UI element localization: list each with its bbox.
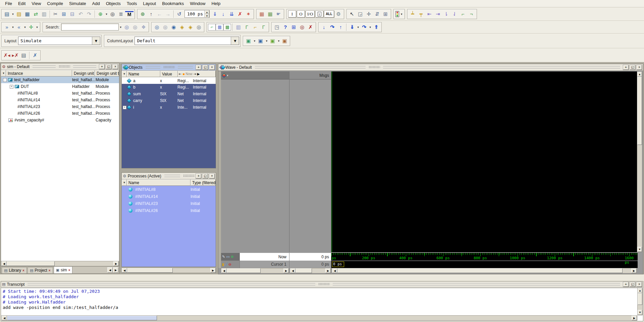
processes-close-button[interactable]: × — [209, 174, 215, 178]
sim-scroll-right-icon[interactable]: ▶ — [113, 261, 119, 266]
processes-header-type-filtered-[interactable]: Type (filtered) — [191, 179, 216, 186]
zoom-full-icon[interactable]: ◉ — [169, 23, 178, 31]
undo-icon[interactable]: ↶ — [76, 10, 85, 18]
transcript-undock-button[interactable]: ◱ — [630, 282, 635, 287]
goto-prev-edge-dropdown[interactable]: ▾ — [356, 23, 360, 31]
back-icon[interactable]: ← — [155, 10, 164, 18]
window-zoom-icon[interactable]: ▣ — [244, 37, 253, 45]
transcript-titlebar-grip2[interactable] — [333, 283, 620, 285]
zoom-cursor-icon[interactable]: ◈ — [178, 23, 186, 31]
timeline-cursor-marker[interactable]: 0 ps — [332, 262, 344, 267]
clear-left-icon[interactable]: ✗◂ — [3, 51, 11, 59]
sort-mode-icon[interactable]: ⇵ — [373, 10, 381, 18]
wave-msgs-header[interactable]: Msgs — [289, 71, 331, 79]
break-icon[interactable]: ✗ — [236, 10, 244, 18]
objects-titlebar-grip2[interactable] — [178, 66, 193, 68]
object-row[interactable]: bxRegi...Internal — [122, 84, 216, 91]
collapse-link-icon[interactable]: ⊛ — [139, 10, 147, 18]
menu-view[interactable]: View — [29, 0, 44, 7]
collapse-all-dropdown[interactable]: ▾ — [23, 23, 27, 31]
prev-event-icon[interactable]: ↓ — [320, 23, 328, 31]
prev-transition-icon[interactable]: ⇤ — [425, 10, 434, 18]
processes-titlebar-grip-dots[interactable] — [183, 174, 195, 177]
cursor-properties-icon[interactable]: ╱ — [225, 262, 227, 267]
window-dock-dropdown[interactable]: ▾ — [265, 37, 268, 45]
export-wave-icon[interactable]: ◳ — [273, 23, 281, 31]
menu-layout[interactable]: Layout — [140, 0, 159, 7]
sim-close-button[interactable]: × — [113, 64, 118, 69]
window-zoom-dropdown[interactable]: ▾ — [253, 37, 256, 45]
objects-titlebar-grip-dots[interactable] — [163, 66, 175, 69]
transcript-horizontal-scrollbar[interactable]: ◀ ▶ — [1, 315, 637, 321]
wave-insert-icon[interactable] — [222, 73, 226, 77]
now-color-box[interactable]: ■ — [182, 72, 184, 76]
clear-right-icon[interactable]: ▸✗ — [11, 51, 19, 59]
zoom-range-icon[interactable]: ◈ — [186, 23, 195, 31]
delta-leaf-icon[interactable]: Γ — [259, 23, 268, 31]
expand-box-icon[interactable]: + — [10, 85, 13, 89]
window-layout-dropdown[interactable]: ▾ — [277, 37, 280, 45]
wave-names-scroll-track[interactable] — [227, 268, 283, 273]
zoom-out-icon[interactable]: ◎ — [161, 23, 169, 31]
processes-panel-titlebar[interactable]: ⚙ Processes (Active) + ◱ × — [122, 173, 216, 179]
layout-combobox-arrow-icon[interactable]: ▼ — [92, 37, 100, 45]
tree-row[interactable]: #INITIAL#26test_halfad...Process — [1, 110, 119, 117]
transcript-log[interactable]: # Start time: 09:49:49 on Jul 07,2023# L… — [1, 288, 637, 315]
objects-filter-icon[interactable]: ▼ — [122, 71, 127, 77]
memory-profile-icon[interactable]: ▦ — [266, 10, 274, 18]
run-length-down-icon[interactable]: ▼ — [205, 14, 209, 18]
objects-name-header[interactable]: Name — [127, 71, 160, 77]
pause-hand-icon[interactable]: ☛ — [274, 10, 283, 18]
middle-horizontal-scrollbar[interactable]: ◀ ▶ — [121, 268, 216, 273]
tree-row[interactable]: #INITIAL#8test_halfad...Process — [1, 90, 119, 97]
wave-values-scroll-track[interactable] — [296, 268, 325, 273]
processes-titlebar-grip[interactable] — [164, 175, 180, 177]
copy-icon[interactable]: ⊞ — [60, 10, 68, 18]
sort-now-icon[interactable]: ⇤ — [179, 72, 181, 76]
remove-cursor-icon[interactable]: ⊖ — [228, 262, 231, 267]
tree-row[interactable]: #INITIAL#23test_halfad...Process — [1, 103, 119, 110]
tree-row[interactable]: +DUTHalfadderModule — [1, 83, 119, 90]
goto-now-icon[interactable]: ⇥ — [193, 72, 196, 76]
tab-sim[interactable]: ▣sim× — [54, 266, 73, 273]
sim-panel-titlebar[interactable]: ⚙ sim - Default + ◱ × — [1, 63, 119, 70]
transcript-hscroll-track[interactable] — [7, 316, 632, 320]
menu-window[interactable]: Window — [187, 0, 208, 7]
new-file-dropdown[interactable]: ▾ — [11, 10, 15, 18]
run-length-up-icon[interactable]: ▲ — [205, 10, 209, 14]
disable-breakpoints-icon[interactable]: ✗ — [31, 51, 39, 59]
goto-context-icon[interactable]: ✛ — [27, 23, 35, 31]
goto-wrap-edge-dropdown[interactable]: ▾ — [368, 23, 372, 31]
up-level-icon[interactable]: ↑ — [147, 10, 155, 18]
next-rising-icon[interactable]: ⌐ — [459, 10, 467, 18]
sim-horizontal-scrollbar[interactable]: ◀ ▶ — [1, 261, 119, 266]
filter-internal-button[interactable]: i — [315, 10, 323, 17]
wave-signal-values-column[interactable] — [289, 79, 331, 252]
traffic-light-dropdown[interactable]: ▾ — [400, 10, 404, 18]
run-length-spinner[interactable]: 100 ps▲▼ — [184, 10, 210, 18]
event-add-icon[interactable]: ⊞ — [289, 23, 298, 31]
goto-wrap-edge-icon[interactable]: ↷ — [360, 23, 368, 31]
wave-names-scrollbar[interactable]: ◀ ▶ — [221, 268, 289, 273]
delta-collapse-icon[interactable]: ⌐ — [251, 23, 259, 31]
find-icon[interactable]: ◎ — [108, 10, 117, 18]
process-row[interactable]: #INITIAL#8Initial — [122, 186, 216, 193]
tab-close-icon[interactable]: × — [22, 269, 24, 272]
middle-scroll-track[interactable] — [127, 268, 210, 273]
sim-titlebar-grip-dots[interactable] — [59, 65, 70, 68]
more-columns-icon[interactable]: ▶ — [197, 72, 200, 76]
menu-file[interactable]: File — [2, 0, 15, 7]
transcript-vscroll-track[interactable] — [638, 293, 642, 310]
transcript-scroll-left-icon[interactable]: ◀ — [2, 316, 7, 320]
forward-icon[interactable]: → — [164, 10, 172, 18]
wave-names-scroll-left-icon[interactable]: ◀ — [221, 268, 227, 273]
sim-titlebar-grip2[interactable] — [73, 65, 96, 68]
new-file-icon[interactable]: ▤ — [3, 10, 11, 18]
collapse-all-icon[interactable]: « — [15, 23, 23, 31]
window-layout-icon[interactable]: ▣ — [268, 37, 277, 45]
wave-canvas-scroll-left-icon[interactable]: ◀ — [332, 268, 337, 273]
middle-scroll-right-icon[interactable]: ▶ — [210, 268, 216, 273]
tree-row[interactable]: #vsim_capacity#Capacity — [1, 117, 119, 123]
wave-panel-titlebar[interactable]: Wave - Default + ◱ × — [218, 64, 643, 71]
redo-icon[interactable]: ↷ — [85, 10, 93, 18]
